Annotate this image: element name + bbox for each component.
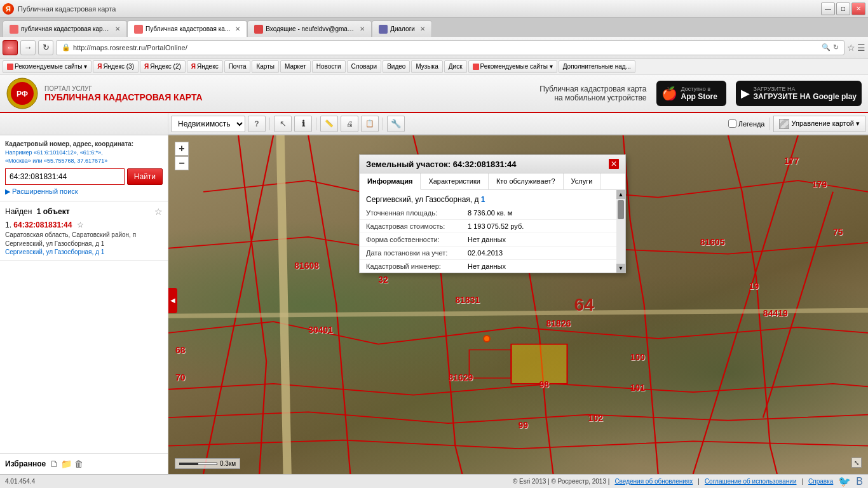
popup-tabs: Информация Характеристики Кто обслуживае… (360, 173, 625, 190)
bookmark-more-label: Дополнительные над... (563, 63, 631, 70)
popup-label-area: Уточненная площадь: (366, 209, 468, 217)
bookmark-market[interactable]: Маркет (280, 60, 311, 73)
map-label-179: 179 (812, 179, 827, 189)
bookmark-maps[interactable]: Карты (252, 60, 279, 73)
popup-label-ownership: Форма собственности: (366, 236, 468, 243)
scroll-down-button[interactable]: ▼ (616, 264, 625, 273)
search-input[interactable] (5, 168, 125, 185)
bookmark-recommended-1[interactable]: Рекомендуемые сайты ▾ (3, 60, 92, 73)
pointer-tool[interactable]: ↖ (274, 116, 292, 132)
bookmark-news[interactable]: Новости (312, 60, 346, 73)
advanced-search-link[interactable]: ▶ Расширенный поиск (5, 187, 163, 196)
found-item-cadastral[interactable]: 64:32:081831:44 (13, 220, 72, 229)
bookmark-recommended-2[interactable]: Рекомендуемые сайты ▾ (468, 60, 557, 73)
status-right: © Esri 2013 | © Росреестр, 2013 | Сведен… (513, 475, 863, 487)
back-button[interactable]: ← (3, 40, 18, 55)
fav-add-icon[interactable]: 🗋 (50, 459, 58, 469)
toolbar-separator-4 (769, 118, 770, 130)
zoom-in-button[interactable]: + (175, 142, 189, 156)
bookmark-dict-label: Словари (351, 63, 377, 70)
tab-4-close[interactable]: ✕ (420, 25, 425, 32)
search-button[interactable]: Найти (127, 168, 163, 185)
bookmark-dictionaries[interactable]: Словари (347, 60, 382, 73)
popup-scrollbar[interactable]: ▲ ▼ (616, 190, 625, 273)
separator-2: | (801, 478, 803, 485)
bookmark-yandex3[interactable]: Я Яндекс (3) (93, 60, 139, 73)
minimize-button[interactable]: — (821, 3, 835, 15)
map-label-19: 19 (749, 281, 759, 291)
info-tool[interactable]: ℹ (294, 116, 312, 132)
popup-row-date: Дата постановки на учет: 02.04.2013 (360, 247, 616, 260)
bookmark-more[interactable]: Дополнительные над... (559, 60, 635, 73)
tab-1-close[interactable]: ✕ (115, 25, 120, 32)
appstore-badge[interactable]: 🍎 Доступно в App Store (656, 81, 726, 106)
legend-checkbox-label[interactable]: Легенда (728, 119, 765, 128)
bookmark-video[interactable]: Видео (383, 60, 410, 73)
help-link[interactable]: Справка (808, 478, 833, 485)
map-container[interactable]: 177 179 75 64 81605 81608 81831 81826 30… (168, 135, 868, 474)
print-tool[interactable]: 🖨 (341, 116, 358, 132)
star-icon[interactable]: ☆ (847, 43, 855, 53)
tab-3[interactable]: Входящие - neufeldvv@gmail.... ✕ (247, 20, 372, 37)
popup-tab-services[interactable]: Услуги (564, 173, 601, 189)
scroll-thumb[interactable] (618, 200, 624, 219)
address-bar[interactable]: 🔒 http://maps.rosreestr.ru/PortalOnline/… (56, 40, 844, 55)
settings-tool[interactable]: 🔧 (387, 116, 405, 132)
property-type-select[interactable]: Недвижимость ОКС Границы (171, 116, 245, 132)
tab-4[interactable]: Диалоги ✕ (372, 20, 432, 37)
popup-value-date: 02.04.2013 (468, 249, 503, 257)
forward-button[interactable]: → (20, 40, 36, 55)
googleplay-badge[interactable]: ▶ ЗАГРУЗИТЕ НА ЗАГРУЗИТЕ НА Google play (736, 81, 862, 106)
tab-2-close[interactable]: ✕ (235, 25, 240, 32)
menu-icon[interactable]: ☰ (857, 43, 865, 53)
bookmark-yandex1[interactable]: Я Яндекс (187, 60, 223, 73)
help-button[interactable]: ? (248, 116, 266, 132)
bookmark-yandex2[interactable]: Я Яндекс (2) (140, 60, 186, 73)
tab-2[interactable]: Публичная кадастровая ка... ✕ (127, 20, 247, 37)
app-title: ПУБЛИЧНАЯ КАДАСТРОВАЯ КАРТА (44, 92, 203, 102)
sidebar-toggle-button[interactable]: ◀ (168, 288, 177, 313)
popup-row-area: Уточненная площадь: 8 736.00 кв. м (360, 207, 616, 220)
found-item-star[interactable]: ☆ (77, 220, 84, 229)
manage-map-button[interactable]: Управление картой ▾ (773, 116, 866, 132)
found-item-addr[interactable]: Сергиевский, ул Газосборная, д 1 (5, 248, 163, 255)
found-section: Найден 1 объект ☆ 1. 64:32:081831:44 ☆ С… (0, 201, 168, 261)
scale-bar-content: 0.3км (179, 460, 236, 467)
fav-folder-icon[interactable]: 📁 (61, 459, 72, 469)
bookmark-mail[interactable]: Почта (224, 60, 251, 73)
bookmark-star-icon[interactable]: ☆ (154, 207, 163, 217)
popup-addr-link[interactable]: 1 (481, 195, 485, 204)
toolbar-separator-1 (269, 118, 270, 130)
updates-link[interactable]: Сведения об обновлениях (614, 478, 693, 485)
maximize-button[interactable]: □ (836, 3, 850, 15)
popup-tab-info[interactable]: Информация (360, 173, 421, 190)
scale-bar: 0.3км (175, 458, 240, 469)
bookmark-news-label: Новости (316, 63, 341, 70)
legend-checkbox[interactable] (728, 119, 736, 128)
vk-icon[interactable]: В (856, 476, 863, 487)
toolbar-separator-3 (383, 118, 383, 130)
close-button[interactable]: ✕ (851, 3, 865, 15)
bookmark-disk[interactable]: Диск (444, 60, 467, 73)
popup-tab-characteristics[interactable]: Характеристики (421, 173, 489, 189)
popup-tab-service[interactable]: Кто обслуживает? (489, 173, 564, 189)
twitter-icon[interactable]: 🐦 (838, 475, 851, 487)
bookmark-yandex1-label: Яндекс (197, 63, 219, 70)
measure-tool[interactable]: 📏 (320, 116, 338, 132)
map-label-64: 64 (574, 295, 594, 315)
print-btn2[interactable]: 📋 (361, 116, 379, 132)
zoom-out-button[interactable]: − (175, 156, 189, 170)
tab-3-close[interactable]: ✕ (360, 25, 365, 32)
fav-delete-icon[interactable]: 🗑 (74, 459, 83, 469)
usage-agreement-link[interactable]: Соглашение об использовании (705, 478, 797, 485)
info-popup: Земельный участок: 64:32:081831:44 ✕ Инф… (359, 154, 626, 273)
tab-1[interactable]: публичная кадастровая карта... ✕ (3, 20, 127, 37)
scroll-up-button[interactable]: ▲ (616, 190, 625, 199)
bookmark-music[interactable]: Музыка (411, 60, 442, 73)
appstore-text: Доступно в App Store (681, 86, 717, 101)
tab-2-label: Публичная кадастровая ка... (146, 25, 230, 32)
popup-close-button[interactable]: ✕ (609, 159, 619, 169)
refresh-button[interactable]: ↻ (38, 40, 53, 55)
favorites-icons: 🗋 📁 🗑 (50, 459, 83, 469)
map-resize-handle[interactable]: ⤡ (851, 458, 862, 468)
